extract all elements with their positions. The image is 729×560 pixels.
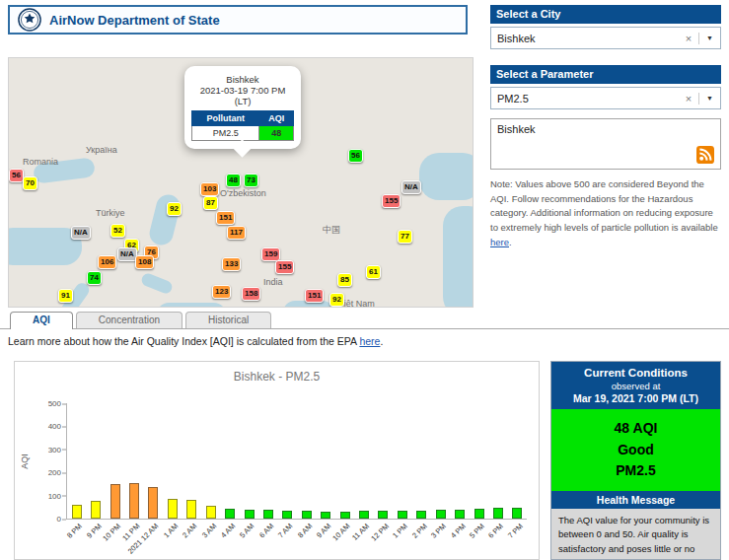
aqi-marker[interactable]: 70 [23,176,37,190]
parameter-caret-icon[interactable]: ▼ [699,95,720,102]
city-select-header: Select a City [490,5,721,24]
tab-historical[interactable]: Historical [185,312,271,328]
page: AirNow Department of State УкраїнаRomani… [0,0,729,560]
chart-bar [206,506,216,519]
tab-aqi[interactable]: AQI [10,312,73,329]
chart-bar-slot: 5 PM [470,403,488,519]
chart-bar-slot: 10 AM [335,403,354,519]
current-aqi-value: 48 AQI [551,418,720,440]
aqi-marker[interactable]: 91 [58,289,73,303]
chart-bar-slot: 3 AM [201,403,220,519]
parameter-select[interactable]: PM2.5 × ▼ [490,87,721,109]
water-persian-gulf [140,271,175,295]
aqi-marker[interactable]: 87 [203,196,218,210]
aqi-marker[interactable]: 123 [212,285,231,299]
map-region-label: Україна [86,145,117,155]
chart-x-tick-label: 5 AM [238,522,255,539]
chart-x-tick-label: 2 PM [410,522,429,540]
aqi-marker[interactable]: N/A [401,180,421,194]
map-region-label: Türkiye [96,208,125,218]
current-conditions-title: Current Conditions [555,367,716,379]
water-sea-of-japan [419,153,474,200]
aqi-marker[interactable]: 92 [167,202,182,216]
view-tabs: AQI Concentration Historical [0,312,729,329]
aqi-marker[interactable]: 73 [244,174,258,187]
learn-more-here-link[interactable]: here [359,335,380,347]
aqi-map[interactable]: УкраїнаRomaniaTürkiyeO'zbekiston中国IndiaV… [8,57,474,308]
popup-pollutant-header: Pollutant [192,111,259,126]
chart-y-tick-label: 100 [32,491,61,500]
aqi-marker[interactable]: N/A [117,247,137,261]
note-here-link[interactable]: here [490,237,509,247]
chart-x-tick-label: 6 PM [487,522,506,540]
chart-bar-slot: 4 PM [450,403,469,519]
chart-x-tick-label: 1 AM [162,522,180,539]
aqi-marker[interactable]: 151 [305,289,324,303]
chart-x-tick-label: 1 PM [391,522,409,540]
parameter-select-header: Select a Parameter [490,65,721,84]
chart-x-tick-label: 8 AM [296,522,314,539]
current-conditions-header: Current Conditions observed at Mar 19, 2… [551,362,720,409]
parameter-select-value: PM2.5 [497,93,529,105]
chart-bar-slot: 9 PM [86,403,105,519]
aqi-marker[interactable]: 106 [98,255,116,269]
city-select[interactable]: Bishkek × ▼ [490,27,721,49]
chart-x-tick-label: 6 AM [257,522,275,539]
chart-bar-slot: 6 AM [258,403,277,519]
chart-bar [225,509,235,519]
chart-y-tick-label: 0 [32,515,61,524]
aqi-marker[interactable]: 56 [9,169,24,182]
observed-time: Mar 19, 2021 7:00 PM (LT) [555,392,716,404]
chart-x-tick-label: 3 AM [200,522,218,539]
popup-aqi-header: AQI [259,111,294,126]
aqi-marker[interactable]: 85 [337,273,352,287]
health-message-title: Health Message [551,491,720,509]
chart-y-tick-label: 300 [32,445,61,454]
popup-pollutant-value: PM2.5 [192,126,259,141]
aqi-marker[interactable]: 108 [135,255,154,269]
aqi-marker[interactable]: 56 [348,149,363,163]
aqi-marker[interactable]: 103 [200,182,219,196]
chart-bar [72,505,82,520]
chart-y-tick-label: 500 [32,399,61,408]
chart-x-tick-label: 7 AM [276,522,294,539]
aqi-marker[interactable]: 61 [366,265,381,279]
parameter-clear-icon[interactable]: × [679,93,699,105]
rss-icon[interactable] [696,146,714,164]
chart-bar-slot: 5 AM [240,403,258,519]
rss-city-label: Bishkek [497,123,536,135]
chart-bar [416,511,426,519]
chart-x-tick-label: 11 AM [350,522,371,542]
city-clear-icon[interactable]: × [679,33,699,44]
chart-bar-slot: 2 AM [182,403,201,519]
city-caret-icon[interactable]: ▼ [699,35,720,41]
aqi-marker[interactable]: 155 [275,260,294,274]
tab-concentration[interactable]: Concentration [76,312,182,328]
map-region-label: O'zbekiston [220,188,266,198]
chart-bar [512,508,522,519]
learn-more-text: Learn more about how the Air Quality Ind… [8,335,383,347]
aqi-marker[interactable]: 74 [87,271,102,285]
aqi-marker[interactable]: 117 [227,226,246,240]
learn-more-prefix: Learn more about how the Air Quality Ind… [8,335,359,347]
chart-bar-slot: 10 PM [106,403,124,519]
aqi-marker[interactable]: N/A [71,226,91,240]
aqi-marker[interactable]: 158 [242,287,260,301]
aqi-marker[interactable]: 48 [226,174,241,187]
chart-bar [493,508,503,519]
aqi-marker[interactable]: 52 [110,224,125,238]
aqi-marker[interactable]: 133 [222,257,241,271]
aqi-marker[interactable]: 92 [329,293,344,307]
chart-y-axis-label: AQI [20,454,30,469]
chart-bar-slot: 9 AM [316,403,334,519]
aqi-marker[interactable]: 155 [382,194,401,208]
aqi-marker[interactable]: 151 [216,211,235,225]
chart-x-tick-label: 3 PM [429,522,448,540]
chart-x-tick-label: 10 AM [331,522,352,542]
aqi-marker[interactable]: 159 [261,247,280,261]
aqi-marker[interactable]: 77 [398,230,412,244]
chart-bar [263,510,273,519]
chart-bar [91,501,101,519]
chart-bar-slot: 7 AM [278,403,297,519]
popup-datetime: 2021-03-19 7:00 PM [191,85,294,96]
